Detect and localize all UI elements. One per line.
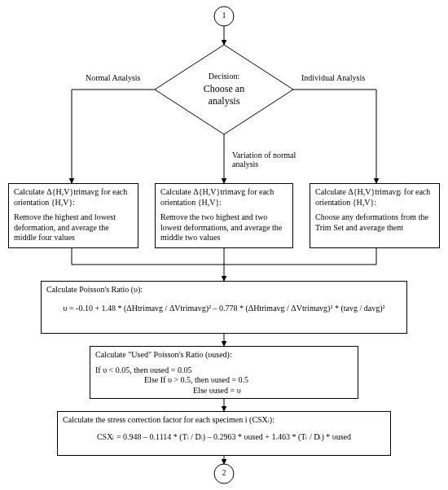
box-variation-analysis: Calculate Δ{H,V}trimavg for each orienta… bbox=[155, 183, 293, 248]
box-variation-l2: Remove the two highest and two lowest de… bbox=[160, 212, 288, 243]
box-used-poisson: Calculate "Used" Poisson's Ratio (υused)… bbox=[90, 346, 358, 399]
box-csx: Calculate the stress correction factor f… bbox=[57, 411, 391, 456]
connector-top-label: 1 bbox=[219, 11, 229, 20]
branch-left-label: Normal Analysis bbox=[86, 73, 141, 82]
box-poisson-title: Calculate Poisson's Ratio (υ): bbox=[46, 285, 402, 295]
box-individual-analysis: Calculate Δ{H,V}trimavgᵢ for each orient… bbox=[310, 183, 440, 248]
decision-title: Decision: bbox=[187, 72, 261, 81]
connector-bottom-label: 2 bbox=[219, 468, 229, 477]
box-normal-l1: Calculate Δ{H,V}trimavg for each orienta… bbox=[14, 187, 133, 208]
box-normal-l2: Remove the highest and lowest deformatio… bbox=[14, 212, 133, 243]
box-variation-l1: Calculate Δ{H,V}trimavg for each orienta… bbox=[160, 187, 288, 208]
box-normal-analysis: Calculate Δ{H,V}trimavg for each orienta… bbox=[8, 183, 138, 248]
decision-line1: Choose an bbox=[183, 83, 265, 95]
box-individual-l1: Calculate Δ{H,V}trimavgᵢ for each orient… bbox=[315, 187, 434, 208]
box-used-title: Calculate "Used" Poisson's Ratio (υused)… bbox=[95, 350, 353, 361]
decision-line2: analysis bbox=[183, 95, 265, 107]
box-used-l1: If υ < 0.05, then υused = 0.05 bbox=[95, 365, 353, 376]
box-poisson-formula: υ = -0.10 + 1.48 * (ΔHtrimavg / ΔVtrimav… bbox=[46, 304, 402, 314]
box-used-l3: Else υused = υ bbox=[95, 386, 353, 396]
branch-mid-label: Variation of normal analysis bbox=[232, 151, 297, 168]
box-poisson: Calculate Poisson's Ratio (υ): υ = -0.10… bbox=[41, 281, 407, 334]
box-individual-l2: Choose any deformations from the Trim Se… bbox=[315, 212, 434, 233]
box-used-l2: Else If υ > 0.5, then υused = 0.5 bbox=[95, 375, 353, 386]
branch-right-label: Individual Analysis bbox=[301, 73, 365, 82]
box-csx-title: Calculate the stress correction factor f… bbox=[63, 415, 385, 426]
box-csx-formula: CSXᵢ = 0.948 – 0.1114 * (Tᵢ / Dᵢ) – 0.29… bbox=[63, 432, 385, 443]
